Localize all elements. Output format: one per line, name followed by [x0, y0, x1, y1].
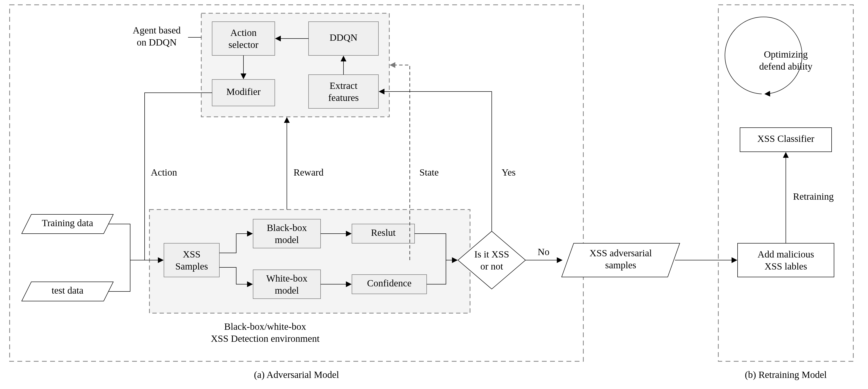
yes-label: Yes	[502, 167, 516, 178]
adv-samples-l2: samples	[605, 260, 637, 270]
no-label: No	[538, 247, 550, 257]
xss-classifier-label: XSS Classifier	[757, 133, 814, 144]
ddqn-label: DDQN	[330, 32, 358, 43]
extract-l2: features	[328, 92, 359, 103]
action-selector-l1: Action	[230, 27, 257, 38]
state-label: State	[420, 167, 439, 178]
decision-l2: or not	[480, 261, 503, 272]
add-l1: Add malicious	[757, 249, 814, 260]
xss-samples-node	[164, 243, 219, 277]
agent-label-l1: Agent based	[133, 25, 181, 36]
add-l2: XSS lables	[765, 261, 807, 272]
optimizing-l2: defend ability	[759, 61, 812, 72]
retraining-label: Retraining	[793, 191, 834, 202]
xss-samples-l2: Samples	[175, 261, 208, 272]
extract-l1: Extract	[330, 80, 358, 91]
panel-adversarial-caption: (a) Adversarial Model	[254, 369, 339, 380]
black-l1: Black-box	[267, 222, 307, 233]
white-l2: model	[275, 285, 299, 296]
action-label: Action	[151, 167, 177, 178]
decision-l1: Is it XSS	[474, 249, 509, 260]
optimizing-l1: Optimizing	[764, 49, 808, 60]
action-selector-l2: selector	[228, 39, 258, 50]
add-labels-node	[738, 243, 834, 277]
reward-label: Reward	[293, 167, 323, 178]
architecture-diagram: (a) Adversarial Model Agent based on DDQ…	[0, 0, 868, 389]
white-l1: White-box	[266, 273, 307, 284]
agent-label-l2: on DDQN	[137, 37, 177, 48]
xss-samples-l1: XSS	[183, 249, 200, 260]
env-label-l2: XSS Detection environment	[211, 333, 319, 344]
action-selector-node	[212, 22, 275, 55]
extract-features-node	[309, 75, 378, 108]
test-data-label: test data	[52, 285, 84, 296]
training-data-label: Training data	[42, 218, 93, 228]
confidence-label: Confidence	[367, 278, 411, 289]
result-label: Reslut	[371, 227, 396, 238]
modifier-label: Modifier	[226, 86, 260, 97]
black-l2: model	[275, 234, 299, 245]
env-label-l1: Black-box/white-box	[224, 321, 306, 332]
panel-retraining-caption: (b) Retraining Model	[745, 369, 827, 380]
adv-samples-l1: XSS adversarial	[590, 248, 652, 258]
